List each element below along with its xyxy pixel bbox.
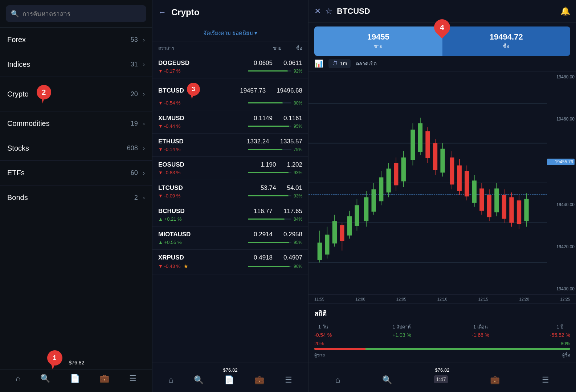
- category-item-bonds[interactable]: Bonds 2 ›: [0, 185, 152, 210]
- svg-rect-43: [457, 166, 462, 191]
- clock-icon: ⏱: [332, 60, 338, 67]
- nav-search-p3[interactable]: 🔍: [382, 375, 392, 385]
- svg-rect-7: [318, 242, 322, 260]
- chevron-right-icon: ›: [143, 37, 145, 43]
- change-xlmusd: ▼ -0.44 %: [158, 123, 180, 129]
- label-1week: 1 สัปดาห์: [393, 323, 411, 331]
- chart-area: 19480.00 19460.00 19455.76 19440.00 1942…: [309, 72, 576, 294]
- category-item-forex[interactable]: Forex 53 ›: [0, 28, 152, 52]
- svg-rect-57: [509, 197, 514, 222]
- close-button[interactable]: ✕: [314, 7, 321, 16]
- change-btcusd: ▼ -0.54 %: [158, 100, 180, 106]
- crypto-row-ethusd[interactable]: ETHUSD 1332.24 1335.57 ▼ -0.14 % 79%: [152, 134, 308, 157]
- candlestick-chart: [309, 72, 547, 294]
- time-1205: 12:05: [396, 297, 407, 301]
- alert-button[interactable]: 🔔: [560, 7, 570, 16]
- time-axis: 11:55 12:00 12:05 12:10 12:15 12:20 12:2…: [309, 294, 576, 303]
- buy-price-miotausd: 0.2958: [283, 231, 302, 238]
- nav-briefcase-p3[interactable]: 💼: [490, 375, 500, 385]
- nav-menu-p2[interactable]: ☰: [285, 375, 292, 385]
- price-level-current: 19455.76: [547, 159, 575, 165]
- sort-label[interactable]: จัดเรียงตาม ยอดนิยม ▾: [203, 30, 257, 36]
- label-1year: 1 ปี: [557, 323, 564, 331]
- back-button[interactable]: ←: [158, 8, 166, 17]
- sell-button[interactable]: 19455 ขาย: [314, 26, 442, 56]
- svg-rect-61: [524, 199, 528, 221]
- category-item-crypto[interactable]: Crypto 2 20 ›: [0, 77, 152, 111]
- nav-time-p3[interactable]: 1:47: [434, 375, 448, 385]
- nav-menu[interactable]: ☰: [129, 374, 136, 383]
- crypto-row-xrpusd[interactable]: XRPUSD 0.4918 0.4907 ▼ -0.43 % ★ 96%: [152, 250, 308, 274]
- svg-rect-31: [410, 130, 415, 160]
- th-name: ตราสาร: [158, 44, 174, 52]
- nav-home-p3[interactable]: ⌂: [335, 375, 340, 385]
- sort-bar[interactable]: จัดเรียงตาม ยอดนิยม ▾: [152, 25, 308, 41]
- progress-dogeusd: 92%: [294, 69, 302, 74]
- time-1220: 12:20: [519, 297, 530, 301]
- search-icon-p3: 🔍: [382, 375, 392, 385]
- svg-rect-59: [517, 200, 521, 224]
- crypto-row-eosusd[interactable]: EOSUSD 1.190 1.202 ▼ -0.83 % 93%: [152, 157, 308, 180]
- category-item-indices[interactable]: Indices 31 ›: [0, 52, 152, 77]
- crypto-row-miotausd[interactable]: MIOTAUSD 0.2914 0.2958 ▲ +0.55 % 95%: [152, 226, 308, 250]
- crypto-row-bchusd[interactable]: BCHUSD 116.77 117.65 ▲ +0.21 % 84%: [152, 203, 308, 226]
- category-item-etfs[interactable]: ETFs 60 ›: [0, 161, 152, 185]
- nav-portfolio[interactable]: 📄: [70, 374, 80, 383]
- crypto-row-xlmusd[interactable]: XLMUSD 0.1149 0.1161 ▼ -0.44 % 95%: [152, 110, 308, 134]
- progress-xlmusd: 95%: [294, 124, 302, 129]
- timeframe-selector[interactable]: ⏱ 1m: [328, 59, 351, 68]
- crypto-row-ltcusd[interactable]: LTCUSD 53.74 54.01 ▼ -0.09 % 93%: [152, 180, 308, 203]
- sell-price-display: 19455: [367, 32, 389, 42]
- sell-price-ltcusd: 53.74: [261, 184, 276, 192]
- annotation-1: 1: [47, 350, 62, 366]
- search-bar[interactable]: 🔍 การค้นหาตราสาร: [0, 0, 152, 28]
- stat-1day: 1 วัน -0.54 %: [314, 323, 332, 338]
- price-level-5: 19480.00: [547, 74, 575, 79]
- nav-briefcase-p2[interactable]: 💼: [254, 375, 264, 385]
- svg-rect-51: [487, 195, 491, 217]
- nav-search[interactable]: 🔍: [40, 374, 50, 383]
- time-1225: 12:25: [560, 297, 570, 301]
- nav-portfolio-p2[interactable]: 📄: [224, 375, 234, 385]
- nav-briefcase[interactable]: 💼: [99, 374, 109, 383]
- value-1day: -0.54 %: [314, 332, 332, 338]
- watchlist-star-button[interactable]: ☆: [325, 7, 332, 16]
- panel2-title: Crypto: [171, 7, 199, 17]
- buy-price-display: 19494.72: [490, 32, 523, 42]
- search-icon: 🔍: [11, 10, 19, 18]
- buy-price-bchusd: 117.65: [283, 208, 302, 215]
- label-1day: 1 วัน: [318, 323, 328, 331]
- sell-pct-label: 20%: [314, 341, 324, 346]
- change-eosusd: ▼ -0.83 %: [158, 170, 180, 175]
- category-item-commodities[interactable]: Commodities 19 ›: [0, 111, 152, 136]
- svg-rect-45: [465, 171, 469, 196]
- bar-track: [314, 348, 570, 350]
- sell-price-btcusd: 19457.73: [240, 87, 266, 94]
- star-icon-xrpusd[interactable]: ★: [183, 263, 188, 270]
- briefcase-icon-p2: 💼: [254, 375, 264, 385]
- nav-home-p2[interactable]: ⌂: [168, 375, 173, 385]
- value-1month: -1.68 %: [472, 332, 489, 338]
- sell-price-xrpusd: 0.4918: [254, 254, 273, 261]
- buy-button[interactable]: 19494.72 ซื้อ: [442, 26, 571, 56]
- buy-price-ltcusd: 54.01: [287, 184, 302, 192]
- bar-end-labels: ผู้ขาย ผู้ซื้อ: [314, 351, 570, 358]
- th-sell: ขาย: [273, 44, 282, 52]
- crypto-row-dogeusd[interactable]: DOGEUSD 0.0605 0.0611 ▼ -0.17 % 92%: [152, 55, 308, 78]
- nav-menu-p3[interactable]: ☰: [542, 375, 549, 385]
- nav-search-p2[interactable]: 🔍: [194, 375, 204, 385]
- nav-home[interactable]: ⌂: [16, 374, 20, 383]
- crypto-row-btcusd[interactable]: BTCUSD 3 19457.73 19496.68 ▼ -0.54 % 80%: [152, 78, 308, 110]
- progress-miotausd: 95%: [294, 240, 302, 245]
- portfolio-icon-p2: 📄: [224, 375, 234, 385]
- crypto-name-dogeusd: DOGEUSD: [158, 60, 189, 67]
- chevron-right-icon: ›: [143, 170, 145, 176]
- bar-labels: 20% 80%: [314, 341, 570, 346]
- time-1215: 12:15: [478, 297, 489, 301]
- candlestick-icon[interactable]: 📊: [314, 59, 323, 68]
- category-item-stocks[interactable]: Stocks 608 ›: [0, 136, 152, 161]
- chevron-right-icon: ›: [143, 121, 145, 127]
- value-1week: +1.03 %: [392, 332, 411, 338]
- crypto-list: DOGEUSD 0.0605 0.0611 ▼ -0.17 % 92% BTCU…: [152, 55, 308, 363]
- buy-price-xrpusd: 0.4907: [283, 254, 302, 261]
